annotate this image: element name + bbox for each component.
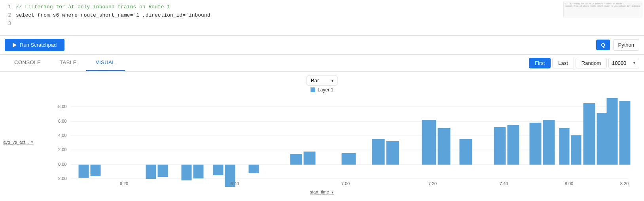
bar: [79, 165, 89, 178]
editor-line-1[interactable]: 1 // Filtering for at only inbound train…: [5, 3, 639, 11]
bar: [438, 128, 451, 165]
run-scratchpad-button[interactable]: Run Scratchpad: [5, 39, 64, 51]
y-label-minus200: -2.00: [57, 176, 66, 181]
bar: [342, 153, 356, 165]
bar: [422, 120, 436, 165]
line-number-1: 1: [5, 3, 11, 11]
y-label-400: 4.00: [58, 133, 66, 138]
chart-controls: Bar Line Scatter Area: [0, 76, 644, 85]
tabs-left: CONSOLE TABLE VISUAL: [5, 55, 125, 71]
bar: [158, 165, 168, 177]
x-axis-select-wrapper: start_time: [310, 190, 334, 195]
bar: [508, 125, 519, 165]
x-label-800: 8:00: [565, 181, 573, 186]
minimap: // Filtering for at only inbound trains …: [563, 2, 642, 17]
x-axis-select[interactable]: start_time: [310, 190, 334, 195]
bar: [460, 139, 472, 165]
chart-legend: Layer 1: [0, 87, 644, 93]
nav-first-button[interactable]: First: [529, 58, 551, 68]
chart-type-wrapper: Bar Line Scatter Area: [307, 76, 337, 85]
x-axis-label-area: start_time: [0, 190, 644, 195]
editor-line-3[interactable]: 3: [5, 20, 639, 28]
tab-console[interactable]: CONSOLE: [5, 55, 50, 71]
bar: [543, 120, 555, 165]
y-label-800: 8.00: [58, 104, 66, 109]
bar: [290, 154, 302, 165]
run-button-label: Run Scratchpad: [20, 42, 57, 48]
line-code-1[interactable]: // Filtering for at only inbound trains …: [16, 3, 170, 11]
x-label-820: 8:20: [620, 181, 629, 186]
bar: [249, 165, 259, 173]
bar: [571, 135, 581, 165]
toolbar: Run Scratchpad Q Python: [0, 36, 644, 55]
legend-label: Layer 1: [318, 87, 333, 93]
nav-last-button[interactable]: Last: [552, 58, 574, 68]
x-label-740: 7:40: [500, 181, 508, 186]
tabs-right: First Last Random 1000 10000 100000: [529, 58, 639, 68]
rows-select[interactable]: 1000 10000 100000: [608, 58, 639, 68]
bar: [559, 128, 570, 165]
line-code-2[interactable]: select from s6 where route_short_name=`1…: [16, 11, 210, 20]
x-label-640: 6:40: [231, 181, 239, 186]
bar: [583, 103, 595, 165]
y-axis-label-area: avg_vs_act...: [3, 96, 34, 188]
x-label-720: 7:20: [428, 181, 437, 186]
bar: [91, 165, 101, 176]
y-axis-select-wrapper: avg_vs_act...: [3, 139, 34, 145]
bar: [607, 98, 618, 165]
bar: [146, 165, 156, 179]
line-number-2: 2: [5, 11, 11, 20]
y-axis-select[interactable]: avg_vs_act...: [3, 140, 34, 145]
chart-wrapper: avg_vs_act... .grid-line { stroke: #e8e8…: [0, 96, 644, 188]
editor-area: 1 // Filtering for at only inbound train…: [0, 0, 644, 36]
tab-table[interactable]: TABLE: [50, 55, 86, 71]
y-label-000: 0.00: [58, 162, 66, 167]
y-label-200: 2.00: [58, 147, 66, 152]
tabs-bar: CONSOLE TABLE VISUAL First Last Random 1…: [0, 55, 644, 72]
bar: [182, 165, 192, 180]
play-icon: [13, 43, 17, 47]
bar: [304, 152, 316, 165]
bar: [372, 139, 385, 165]
chart-area: Bar Line Scatter Area Layer 1 avg_vs_act…: [0, 72, 644, 195]
line-number-3: 3: [5, 20, 11, 28]
bar: [619, 101, 631, 165]
chart-svg-container: .grid-line { stroke: #e8e8e8; stroke-wid…: [35, 96, 644, 188]
python-button[interactable]: Python: [613, 39, 639, 51]
tab-visual[interactable]: VISUAL: [86, 55, 125, 71]
chart-svg: .grid-line { stroke: #e8e8e8; stroke-wid…: [35, 96, 644, 187]
x-label-620: 6:20: [120, 181, 128, 186]
bar: [530, 123, 542, 165]
chart-type-select[interactable]: Bar Line Scatter Area: [307, 76, 337, 85]
rows-select-wrapper: 1000 10000 100000: [608, 58, 639, 68]
nav-random-button[interactable]: Random: [576, 58, 607, 68]
editor-line-2[interactable]: 2 select from s6 where route_short_name=…: [5, 11, 639, 20]
legend-color-box: [311, 87, 315, 92]
x-label-700: 7:00: [341, 181, 350, 186]
bar: [213, 165, 224, 175]
toolbar-right: Q Python: [596, 39, 639, 51]
bar: [494, 127, 506, 165]
search-button[interactable]: Q: [596, 40, 610, 50]
bar: [386, 141, 399, 165]
bar: [193, 165, 204, 178]
y-label-600: 6.00: [58, 119, 66, 123]
editor-lines[interactable]: 1 // Filtering for at only inbound train…: [5, 3, 639, 28]
